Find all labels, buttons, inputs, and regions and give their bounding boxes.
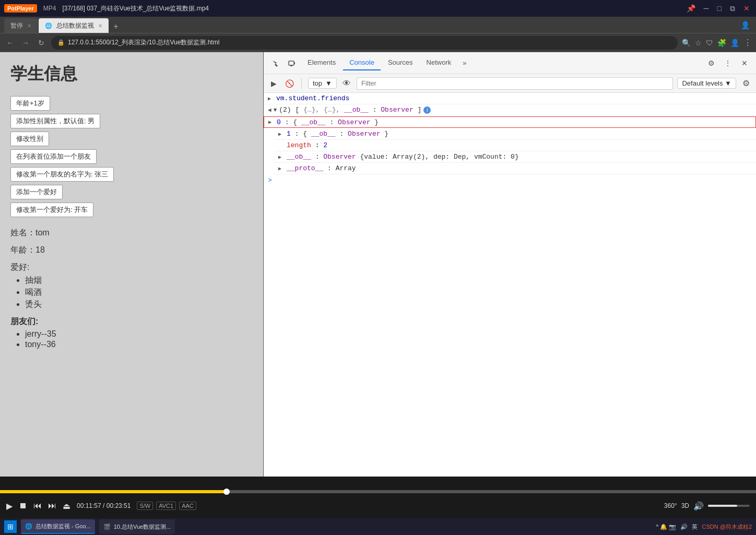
- context-selector[interactable]: top ▼: [308, 78, 337, 89]
- chevron-down-icon: ▼: [325, 79, 332, 87]
- maximize-button[interactable]: ⧉: [728, 4, 737, 13]
- eye-button[interactable]: 👁: [341, 78, 352, 89]
- progress-bar[interactable]: [0, 490, 756, 493]
- console-stop-button[interactable]: 🚫: [284, 78, 295, 89]
- tab-active[interactable]: 🌐 总结数据监视 ✕: [39, 18, 109, 33]
- default-levels-button[interactable]: Default levels ▼: [677, 78, 736, 89]
- item1-ob-val: Observer: [348, 130, 380, 138]
- address-bar-right: 🔍 ☆ 🛡 🧩 👤 ⋮: [682, 38, 752, 47]
- volume-bar[interactable]: [708, 505, 750, 507]
- language-indicator: 英: [692, 523, 698, 531]
- menu-icon[interactable]: ⋮: [743, 38, 752, 47]
- collapse-down-icon[interactable]: ▼: [274, 107, 277, 113]
- hobby-section: 爱好: 抽烟 喝酒 烫头: [10, 262, 253, 310]
- progress-thumb: [223, 489, 230, 495]
- info-icon[interactable]: i: [423, 106, 431, 114]
- tab-active-close[interactable]: ✕: [98, 23, 102, 29]
- url-text: 127.0.0.1:5500/12_列表渲染/10.总结Vue数据监测.html: [68, 38, 219, 47]
- add-hobby-button[interactable]: 添加一个爱好: [10, 185, 63, 199]
- add-tab-button[interactable]: +: [110, 20, 122, 33]
- length-key: length: [287, 141, 311, 149]
- media-controls: ▶ ⏹ ⏮ ⏭ ⏏ 00:11:57 / 00:23:51 S/W AVC1 A…: [0, 493, 756, 518]
- pin-button[interactable]: 📌: [684, 4, 698, 13]
- modify-gender-button[interactable]: 修改性别: [10, 132, 49, 146]
- console-content: ▶ vm.student.friends ◀ ▼ (2) [ {…}, {…},…: [264, 93, 756, 477]
- tab-network[interactable]: Network: [420, 55, 458, 70]
- expand-icon-0[interactable]: ▶: [268, 119, 277, 125]
- item1-colon2: :: [339, 130, 348, 138]
- console-settings-button[interactable]: ⚙: [740, 78, 752, 89]
- length-colon: :: [315, 141, 324, 149]
- collapse-left-icon[interactable]: ◀: [268, 106, 271, 113]
- modify-hobby-button[interactable]: 修改第一个爱好为: 开车: [10, 203, 93, 217]
- bookmark-icon[interactable]: ☆: [695, 39, 702, 47]
- devtools-more-button[interactable]: ⋮: [720, 56, 735, 70]
- browser-chrome: 暂停 ✕ 🌐 总结数据监视 ✕ + 👤: [0, 17, 756, 33]
- extension-icon[interactable]: 🛡: [706, 39, 713, 47]
- cursor-tool-button[interactable]: [268, 56, 282, 70]
- media-player: ▶ ⏹ ⏮ ⏭ ⏏ 00:11:57 / 00:23:51 S/W AVC1 A…: [0, 477, 756, 518]
- item1-colon: : {: [295, 130, 307, 138]
- extensions-icon[interactable]: 🧩: [717, 39, 726, 47]
- taskbar-item-browser[interactable]: 🌐 总结数据监视 - Goo...: [21, 519, 95, 534]
- proto-colon: :: [327, 164, 336, 172]
- forward-button[interactable]: →: [20, 37, 31, 49]
- settings-button[interactable]: ⚙: [704, 56, 718, 70]
- proto-val: Array: [336, 164, 356, 172]
- taskbar-right: ^ 🔔 📷 🔊 英 CSDN @符木成桂2: [656, 523, 752, 531]
- profile-icon[interactable]: 👤: [741, 21, 750, 29]
- favicon-icon: 🌐: [45, 22, 52, 29]
- list-item: 喝酒: [25, 287, 253, 298]
- length-text: length : 2: [287, 141, 327, 149]
- modify-friend-name-button[interactable]: 修改第一个朋友的名字为: 张三: [10, 167, 114, 182]
- tab-elements[interactable]: Elements: [301, 55, 342, 70]
- console-play-button[interactable]: ▶: [268, 78, 279, 89]
- expand-icon[interactable]: ▶: [268, 96, 276, 102]
- name-section: 姓名：tom: [10, 228, 253, 239]
- play-button[interactable]: ▶: [6, 501, 13, 511]
- tab-console[interactable]: Console: [343, 55, 381, 70]
- expand-icon-1[interactable]: ▶: [278, 131, 287, 137]
- eject-button[interactable]: ⏏: [63, 501, 70, 511]
- console-text-friends: vm.student.friends: [276, 94, 349, 102]
- taskbar-item-potplayer[interactable]: 🎬 10.总结Vue数据监测...: [99, 519, 175, 534]
- time-sep: /: [103, 502, 107, 509]
- refresh-button[interactable]: ↻: [36, 37, 47, 49]
- age-plus-button[interactable]: 年龄+1岁: [10, 96, 50, 111]
- tab-sources[interactable]: Sources: [382, 55, 419, 70]
- back-button[interactable]: ←: [4, 37, 16, 49]
- device-tool-button[interactable]: [285, 56, 299, 70]
- minimize-button[interactable]: ─: [702, 4, 711, 13]
- stop-button[interactable]: ⏹: [19, 501, 27, 510]
- more-tabs-button[interactable]: »: [458, 56, 470, 70]
- add-friend-button[interactable]: 在列表首位添加一个朋友: [10, 149, 97, 164]
- next-button[interactable]: ⏭: [48, 501, 56, 510]
- filter-input[interactable]: [357, 77, 674, 90]
- potplayer-logo[interactable]: PotPlayer: [4, 4, 37, 13]
- console-line-friends: ▶ vm.student.friends: [264, 93, 756, 104]
- taskbar-browser-label: 总结数据监视 - Goo...: [36, 522, 91, 530]
- account-icon[interactable]: 👤: [730, 39, 739, 47]
- item1-text: 1 : { __ob__ : Observer }: [287, 130, 388, 138]
- expand-icon-proto[interactable]: ▶: [278, 165, 287, 172]
- volume-icon[interactable]: 🔊: [693, 501, 704, 511]
- prev-button[interactable]: ⏮: [33, 501, 42, 510]
- devtools-close-button[interactable]: ✕: [737, 56, 752, 70]
- hobby-list: 抽烟 喝酒 烫头: [10, 275, 253, 310]
- friends-label: 朋友们:: [10, 316, 253, 327]
- windows-button[interactable]: ⊞: [4, 520, 17, 533]
- add-gender-button[interactable]: 添加性别属性，默认值: 男: [10, 114, 100, 128]
- title-bar-left: PotPlayer MP4 [37/168] 037_尚硅谷Vue技术_总结Vu…: [4, 4, 209, 13]
- title-bar: PotPlayer MP4 [37/168] 037_尚硅谷Vue技术_总结Vu…: [0, 0, 756, 17]
- tab-paused[interactable]: 暂停 ✕: [4, 18, 38, 33]
- expand-icon-ob[interactable]: ▶: [278, 154, 287, 160]
- url-bar[interactable]: 🔒 127.0.0.1:5500/12_列表渲染/10.总结Vue数据监测.ht…: [51, 36, 678, 50]
- restore-button[interactable]: □: [715, 4, 724, 13]
- tab-paused-close[interactable]: ✕: [27, 23, 31, 29]
- console-line-proto: ▶ __proto__ : Array: [274, 163, 756, 174]
- volume-tray[interactable]: 🔊: [680, 524, 688, 530]
- item0-ob-key: __ob__: [301, 118, 326, 126]
- close-button[interactable]: ✕: [741, 4, 752, 13]
- lock-icon: 🔒: [57, 39, 65, 46]
- zoom-icon[interactable]: 🔍: [682, 39, 691, 47]
